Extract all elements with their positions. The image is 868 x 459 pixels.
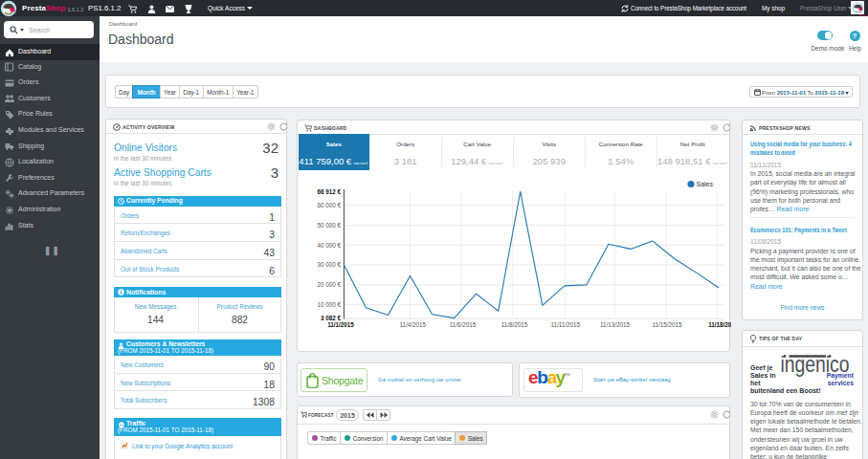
svg-text:11/15/2015: 11/15/2015	[652, 321, 682, 328]
svg-text:20 000 €: 20 000 €	[317, 281, 341, 288]
svg-text:10 000 €: 10 000 €	[317, 301, 341, 308]
svg-text:11/11/2015: 11/11/2015	[551, 321, 581, 328]
svg-text:30 000 €: 30 000 €	[317, 261, 341, 268]
svg-text:11/18/201: 11/18/201	[708, 321, 731, 328]
svg-text:11/6/2015: 11/6/2015	[450, 321, 477, 328]
svg-text:11/4/2015: 11/4/2015	[399, 321, 426, 328]
svg-text:11/8/2015: 11/8/2015	[501, 321, 528, 328]
svg-text:40 000 €: 40 000 €	[317, 242, 341, 249]
svg-text:Sales: Sales	[697, 181, 714, 187]
svg-text:66 912 €: 66 912 €	[317, 188, 341, 195]
svg-text:11/1/2015: 11/1/2015	[327, 321, 354, 328]
svg-text:60 000 €: 60 000 €	[317, 202, 341, 208]
svg-text:11/13/2015: 11/13/2015	[600, 321, 631, 328]
svg-text:50 000 €: 50 000 €	[317, 222, 341, 229]
